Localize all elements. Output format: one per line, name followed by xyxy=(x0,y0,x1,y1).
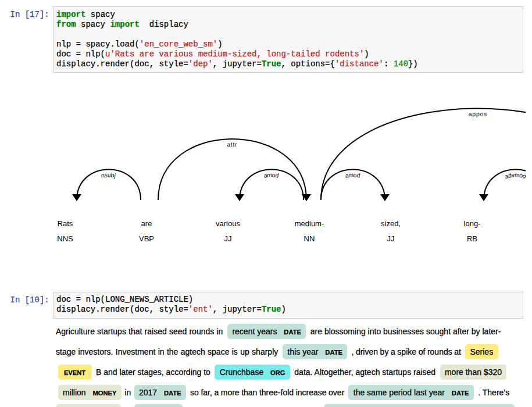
svg-text:NN: NN xyxy=(304,234,315,243)
svg-text:VBP: VBP xyxy=(139,234,154,243)
svg-text:nsubj: nsubj xyxy=(101,172,117,178)
svg-text:advmod: advmod xyxy=(504,172,526,180)
svg-text:are: are xyxy=(141,219,152,228)
svg-text:NNS: NNS xyxy=(57,234,73,243)
svg-text:sized,: sized, xyxy=(381,219,401,228)
svg-text:JJ: JJ xyxy=(387,234,395,243)
svg-text:attr: attr xyxy=(227,141,238,148)
svg-text:long-: long- xyxy=(464,219,481,228)
svg-text:RB: RB xyxy=(467,234,477,243)
svg-text:amod: amod xyxy=(263,172,280,179)
svg-text:Rats: Rats xyxy=(58,219,73,228)
svg-text:amod: amod xyxy=(345,172,361,179)
svg-text:appos: appos xyxy=(468,110,487,117)
svg-text:medium-: medium- xyxy=(295,219,324,228)
svg-text:JJ: JJ xyxy=(224,234,232,243)
svg-text:various: various xyxy=(216,219,240,228)
